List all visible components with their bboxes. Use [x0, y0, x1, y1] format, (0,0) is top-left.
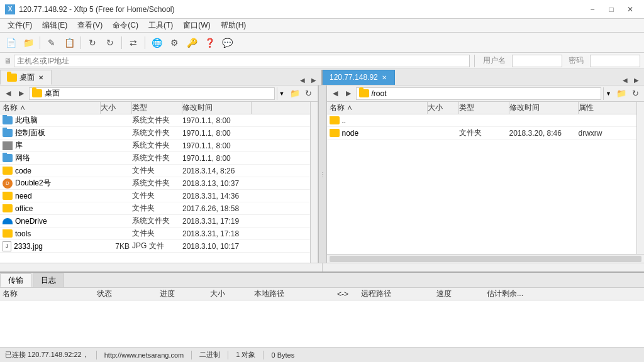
file-name: 网络	[0, 153, 101, 163]
table-row[interactable]: 此电脑 系统文件夹 1970.1.1, 8:00	[0, 114, 310, 127]
address-input[interactable]	[14, 55, 470, 67]
password-input[interactable]	[590, 55, 640, 67]
remote-h-scroll[interactable]	[323, 263, 645, 272]
remote-h-scrollbar[interactable]	[327, 254, 645, 263]
remote-scrollbar[interactable]	[636, 102, 644, 254]
help-button[interactable]: ❓	[201, 35, 218, 50]
new-session-button[interactable]: 📄	[3, 35, 19, 50]
refresh-right-button[interactable]: ↻	[102, 35, 118, 50]
connect-button[interactable]: 🌐	[148, 35, 165, 50]
tab-log[interactable]: 日志	[33, 273, 64, 287]
trans-col-speed: 速度	[434, 288, 484, 299]
open-button[interactable]: 📁	[20, 35, 36, 50]
menu-edit[interactable]: 编辑(E)	[37, 19, 72, 32]
folder-sys-icon	[3, 154, 13, 162]
addr-sep	[474, 55, 475, 67]
table-row[interactable]: tools 文件夹 2018.3.31, 17:18	[0, 228, 310, 240]
remote-refresh-button[interactable]: ↻	[629, 87, 641, 100]
file-type: 系统文件夹	[132, 216, 182, 226]
table-row[interactable]: node 文件夹 2018.3.20, 8:46 drwxrw	[327, 127, 637, 140]
transfer-button[interactable]: ⇄	[125, 35, 142, 50]
local-path-text: 桌面	[45, 88, 60, 99]
table-row[interactable]: DDouble2号 系统文件夹 2018.3.13, 10:37	[0, 177, 310, 190]
remote-file-list[interactable]: 名称 ∧ 大小 类型 修改时间 属性 ..	[327, 102, 637, 254]
local-col-type[interactable]: 类型	[132, 102, 182, 114]
tab-transfer[interactable]: 传输	[0, 273, 31, 287]
count-status: 1 对象	[236, 350, 255, 359]
table-row[interactable]: need 文件夹 2018.3.31, 14:36	[0, 190, 310, 202]
remote-tab-prev[interactable]: ◀	[620, 75, 630, 85]
close-button[interactable]: ✕	[621, 3, 639, 16]
menu-file[interactable]: 文件(F)	[3, 19, 37, 32]
maximize-button[interactable]: □	[602, 3, 620, 16]
file-type: 系统文件夹	[132, 115, 182, 126]
table-row[interactable]: ..	[327, 114, 637, 127]
table-row[interactable]: OneDrive 系统文件夹 2018.3.31, 17:19	[0, 215, 310, 228]
local-col-date[interactable]: 修改时间	[182, 102, 252, 114]
local-file-list[interactable]: 名称 ∧ 大小 类型 修改时间 此电脑 系统文件夹 1970.1.1, 8:00…	[0, 102, 310, 263]
menu-bar: 文件(F) 编辑(E) 查看(V) 命令(C) 工具(T) 窗口(W) 帮助(H…	[0, 19, 644, 33]
file-type: 文件夹	[459, 128, 509, 138]
panel-divider[interactable]: ⋮	[318, 85, 327, 263]
file-date: 1970.1.1, 8:00	[182, 129, 252, 138]
remote-forward-button[interactable]: ▶	[343, 88, 354, 99]
edit-button[interactable]: ✎	[43, 35, 60, 50]
table-row[interactable]: 控制面板 系统文件夹 1970.1.1, 8:00	[0, 127, 310, 140]
trans-col-remote: 远程路径	[358, 288, 434, 299]
remote-tab-server[interactable]: 120.77.148.92 ✕	[323, 70, 395, 85]
local-refresh-button[interactable]: ↻	[303, 87, 315, 100]
table-row[interactable]: code 文件夹 2018.3.14, 8:26	[0, 165, 310, 177]
local-h-scroll[interactable]	[0, 263, 323, 272]
remote-path-dropdown[interactable]: ▼	[603, 87, 613, 100]
sftp-button[interactable]: ⚙	[166, 35, 182, 50]
horizontal-scroll-area[interactable]	[0, 263, 644, 272]
trans-col-size: 大小	[208, 288, 252, 299]
file-date: 2018.3.10, 10:17	[182, 242, 252, 251]
menu-help[interactable]: 帮助(H)	[216, 19, 252, 32]
local-tab-close[interactable]: ✕	[37, 74, 45, 81]
remote-col-date[interactable]: 修改时间	[509, 102, 579, 114]
table-row[interactable]: J2333.jpg 7KB JPG 文件 2018.3.10, 10:17	[0, 240, 310, 253]
table-row[interactable]: office 文件夹 2017.6.26, 18:58	[0, 202, 310, 215]
file-name: 库	[0, 140, 101, 151]
menu-view[interactable]: 查看(V)	[72, 19, 108, 32]
trans-col-name: 名称	[0, 288, 94, 299]
transfer-area: 传输 日志 名称 状态 进度 大小 本地路径 <-> 远程路径 速度 估计剩余.…	[0, 272, 644, 347]
remote-col-attr[interactable]: 属性	[579, 102, 637, 114]
local-back-button[interactable]: ◀	[3, 88, 14, 99]
local-col-size[interactable]: 大小	[101, 102, 132, 114]
local-tab-desktop[interactable]: 桌面 ✕	[0, 70, 52, 85]
menu-command[interactable]: 命令(C)	[108, 19, 143, 32]
file-name: OneDrive	[0, 217, 101, 226]
remote-col-size[interactable]: 大小	[428, 102, 459, 114]
local-tab-prev[interactable]: ◀	[297, 75, 308, 85]
key-button[interactable]: 🔑	[184, 35, 200, 50]
local-panel-toolbar: ◀ ▶ 桌面 ▼ 📁 ↻	[0, 85, 318, 102]
remote-col-name[interactable]: 名称 ∧	[327, 102, 428, 114]
refresh-left-button[interactable]: ↻	[84, 35, 101, 50]
local-new-folder-button[interactable]: 📁	[289, 87, 301, 100]
remote-tab-next[interactable]: ▶	[631, 75, 641, 85]
username-input[interactable]	[512, 55, 562, 67]
local-col-name[interactable]: 名称 ∧	[0, 102, 101, 114]
file-date: 2018.3.31, 17:18	[182, 229, 252, 238]
file-date: 2018.3.20, 8:46	[509, 129, 579, 138]
menu-tools[interactable]: 工具(T)	[143, 19, 178, 32]
remote-new-folder-button[interactable]: 📁	[615, 87, 628, 100]
lib-icon	[3, 141, 13, 150]
status-sep-3	[228, 351, 228, 359]
minimize-button[interactable]: −	[584, 3, 601, 16]
table-row[interactable]: 网络 系统文件夹 1970.1.1, 8:00	[0, 152, 310, 165]
file-date: 2018.3.31, 14:36	[182, 192, 252, 200]
table-row[interactable]: 库 系统文件夹 1970.1.1, 8:00	[0, 140, 310, 152]
remote-tab-close[interactable]: ✕	[380, 74, 388, 81]
remote-col-type[interactable]: 类型	[459, 102, 509, 114]
remote-back-button[interactable]: ◀	[330, 88, 341, 99]
properties-button[interactable]: 📋	[61, 35, 77, 50]
local-scrollbar[interactable]	[310, 102, 318, 263]
menu-window[interactable]: 窗口(W)	[178, 19, 215, 32]
local-path-dropdown[interactable]: ▼	[277, 87, 287, 100]
local-forward-button[interactable]: ▶	[16, 88, 27, 99]
local-tab-next[interactable]: ▶	[309, 75, 319, 85]
comment-button[interactable]: 💬	[219, 35, 235, 50]
